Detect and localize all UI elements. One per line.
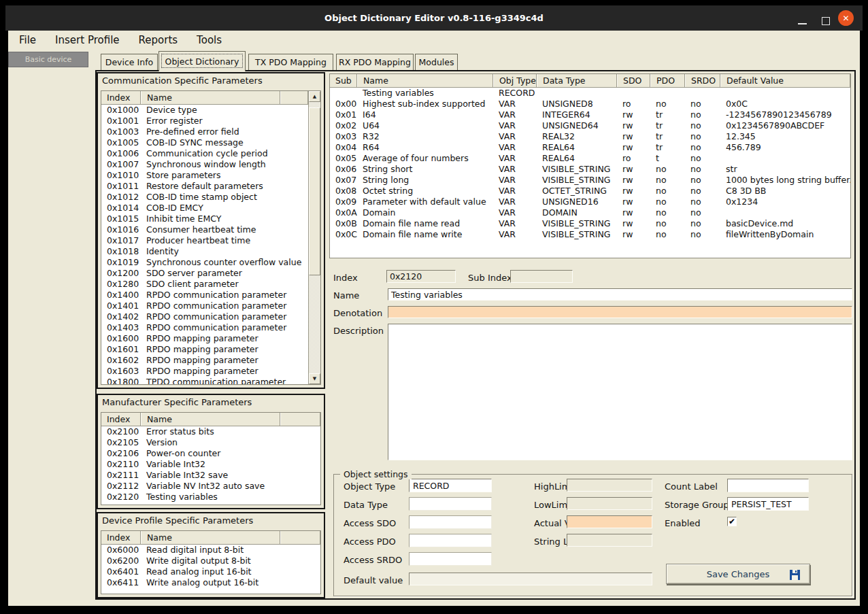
table-row[interactable]: 0x0BDomain file name readVARVISIBLE_STRI…	[330, 218, 850, 229]
table-row[interactable]: 0x01I64VARINTEGER64rwtrno-12345678901234…	[330, 109, 850, 120]
table-row[interactable]: 0x06String shortVARVISIBLE_STRINGrwnonos…	[330, 164, 850, 175]
parameter-row[interactable]: 0x1280SDO client parameter	[101, 279, 308, 290]
save-changes-button[interactable]: Save Changes	[666, 564, 810, 584]
cell: 0x1005	[101, 137, 141, 148]
parameter-row[interactable]: 0x2110Variable Int32	[101, 459, 320, 470]
string-len-min-field[interactable]	[567, 534, 652, 547]
scroll-down-icon[interactable]: ▼	[309, 373, 320, 384]
low-limit-field[interactable]	[567, 497, 652, 510]
tab-modules[interactable]: Modules	[415, 54, 458, 70]
parameter-row[interactable]: 0x6401Read analog input 16-bit	[101, 566, 320, 577]
table-row[interactable]: 0x00Highest sub-index supportedVARUNSIGN…	[330, 99, 850, 109]
access-sdo-select	[409, 515, 492, 529]
tab-rx-pdo-mapping[interactable]: RX PDO Mapping	[336, 54, 414, 70]
parameter-row[interactable]: 0x6200Write digital output 8-bit	[101, 556, 320, 566]
menu-insert-profile[interactable]: Insert Profile	[55, 34, 119, 46]
parameter-row[interactable]: 0x1017Producer heartbeat time	[101, 235, 308, 246]
tab-device-info[interactable]: Device Info	[101, 54, 158, 70]
cell: Restore default parameters	[141, 181, 280, 192]
cell: VISIBLE_STRING	[537, 175, 617, 186]
sub-index-field[interactable]	[510, 270, 573, 283]
parameter-row[interactable]: 0x1602RPDO mapping parameter	[101, 355, 308, 366]
device-side-tab[interactable]: Basic device	[8, 52, 88, 67]
name-field[interactable]: Testing variables	[388, 288, 852, 301]
parameter-row[interactable]: 0x1011Restore default parameters	[101, 181, 308, 192]
scroll-up-icon[interactable]: ▲	[309, 91, 320, 102]
parameter-row[interactable]: 0x1001Error register	[101, 116, 308, 126]
table-row[interactable]: 0x09Parameter with default valueVARUNSIG…	[330, 197, 850, 207]
parameter-row[interactable]: 0x1016Consumer heartbeat time	[101, 224, 308, 235]
parameter-row[interactable]: 0x1603RPDO mapping parameter	[101, 366, 308, 377]
parameter-row[interactable]: 0x1010Store parameters	[101, 170, 308, 181]
parameter-row[interactable]: 0x1006Communication cycle period	[101, 148, 308, 159]
menu-tools[interactable]: Tools	[197, 34, 222, 46]
menu-reports[interactable]: Reports	[139, 34, 178, 46]
enabled-checkbox[interactable]: ✔	[727, 517, 737, 526]
table-row[interactable]: 0x03R32VARREAL32rwtrno12.345	[330, 131, 850, 142]
parameter-row[interactable]: 0x2105Version	[101, 437, 320, 448]
vertical-scrollbar[interactable]: ▲ ▼	[308, 91, 320, 384]
parameter-row[interactable]: 0x2120Testing variables	[101, 492, 320, 502]
parameter-row[interactable]: 0x1014COB-ID EMCY	[101, 203, 308, 214]
parameter-row[interactable]: 0x1019Synchronous counter overflow value	[101, 257, 308, 268]
parameter-row[interactable]: 0x1200SDO server parameter	[101, 268, 308, 279]
table-row[interactable]: 0x02U64VARUNSIGNED64rwtrno0x1234567890AB…	[330, 120, 850, 131]
object-type-select[interactable]: RECORD	[409, 479, 492, 492]
parameter-row[interactable]: 0x2112Variable NV Int32 auto save	[101, 481, 320, 492]
cell: 0x01	[330, 109, 357, 120]
storage-group-select[interactable]: PERSIST_TEST	[727, 497, 809, 511]
parameter-row[interactable]: 0x1000Device type	[101, 105, 308, 116]
parameter-row[interactable]: 0x6411Write analog output 16-bit	[101, 577, 320, 588]
parameter-row[interactable]: 0x1007Synchronous window length	[101, 159, 308, 170]
denotation-field[interactable]	[388, 306, 852, 318]
table-row[interactable]: 0x05Average of four numbersVARREAL64rotn…	[330, 153, 850, 164]
count-label-select[interactable]	[727, 479, 809, 492]
default-value-field[interactable]	[409, 573, 652, 585]
cell: Synchronous window length	[141, 159, 280, 170]
tab-object-dictionary[interactable]: Object Dictionary	[158, 51, 246, 71]
scrollbar-thumb[interactable]	[309, 107, 320, 275]
parameter-row[interactable]: 0x1400RPDO communication parameter	[101, 290, 308, 301]
maximize-button[interactable]	[822, 17, 830, 25]
menu-file[interactable]: File	[19, 34, 36, 46]
table-row[interactable]: 0x08Octet stringVAROCTET_STRINGrwnonoC8 …	[330, 186, 850, 197]
close-button[interactable]: ✕	[838, 10, 854, 26]
cell: ro	[617, 99, 650, 109]
parameter-row[interactable]: 0x1003Pre-defined error field	[101, 126, 308, 137]
parameter-row[interactable]: 0x1018Identity	[101, 246, 308, 257]
parameter-row[interactable]: 0x1005COB-ID SYNC message	[101, 137, 308, 148]
parameter-row[interactable]: 0x2111Variable Int32 save	[101, 470, 320, 481]
parameter-row[interactable]: 0x1403RPDO communication parameter	[101, 322, 308, 333]
description-field[interactable]	[388, 324, 852, 460]
parameter-row[interactable]: 0x1402RPDO communication parameter	[101, 311, 308, 322]
parameter-row[interactable]: 0x1800TPDO communication parameter	[101, 377, 308, 384]
parameter-row[interactable]: 0x1012COB-ID time stamp object	[101, 192, 308, 203]
table-row[interactable]: 0x0CDomain file name writeVARVISIBLE_STR…	[330, 229, 850, 240]
cell: RPDO mapping parameter	[141, 366, 280, 377]
parameter-row[interactable]: 0x1601RPDO mapping parameter	[101, 344, 308, 355]
column-header: Index	[101, 413, 141, 426]
parameter-row[interactable]: 0x2100Error status bits	[101, 426, 320, 437]
table-row[interactable]: Testing variablesRECORD	[330, 88, 850, 99]
actual-value-field[interactable]	[567, 515, 652, 528]
object-dictionary-panel: Communication Specific Parameters IndexN…	[95, 70, 856, 600]
table-row[interactable]: 0x0ADomainVARDOMAINrwnono	[330, 207, 850, 218]
minimize-button[interactable]	[798, 23, 807, 24]
high-limit-field[interactable]	[567, 479, 652, 492]
parameter-row[interactable]: 0x2106Power-on counter	[101, 448, 320, 459]
cell: DOMAIN	[537, 207, 617, 218]
parameter-row[interactable]: 0x1401RPDO communication parameter	[101, 301, 308, 311]
cell: Error status bits	[141, 426, 280, 437]
cell	[537, 88, 617, 99]
cell: COB-ID SYNC message	[141, 137, 280, 148]
cell: no	[685, 99, 720, 109]
cell: Testing variables	[357, 88, 493, 99]
parameter-row[interactable]: 0x1015Inhibit time EMCY	[101, 214, 308, 224]
table-row[interactable]: 0x07String longVARVISIBLE_STRINGrwnono10…	[330, 175, 850, 186]
table-row[interactable]: 0x04R64VARREAL64rwtrno456.789	[330, 142, 850, 153]
parameter-row[interactable]: 0x6000Read digital input 8-bit	[101, 545, 320, 556]
parameter-row[interactable]: 0x1600RPDO mapping parameter	[101, 333, 308, 344]
index-field[interactable]: 0x2120	[386, 270, 456, 283]
tab-tx-pdo-mapping[interactable]: TX PDO Mapping	[248, 54, 333, 70]
column-header: Name	[357, 74, 493, 87]
